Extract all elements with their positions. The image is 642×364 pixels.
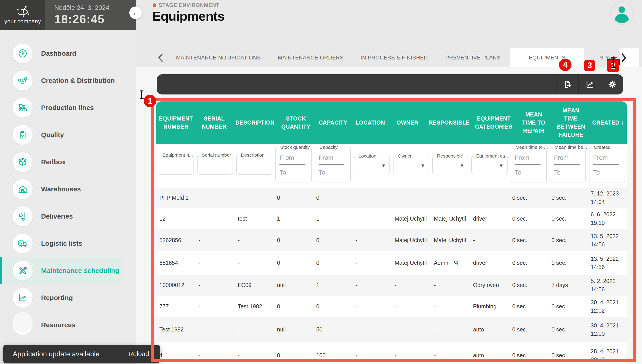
- tab-preventive-plans[interactable]: PREVENTIVE PLANS: [445, 48, 500, 67]
- sidebar-item-reporting[interactable]: Reporting: [0, 284, 136, 311]
- table-cell: -: [196, 296, 235, 317]
- range-from-input[interactable]: From: [554, 154, 582, 161]
- deliveries-icon: [13, 206, 32, 226]
- table-cell: -: [470, 229, 509, 251]
- table-cell: 0 sec.: [509, 251, 548, 275]
- sidebar-item-production-lines[interactable]: Production lines: [0, 94, 136, 121]
- tab-label: MAINTENANCE NOTIFICATIONS: [176, 54, 260, 61]
- sidebar-item-label: Production lines: [41, 104, 94, 112]
- column-header-label: MEAN TIME BETWEEN FAILURE: [555, 106, 587, 139]
- arrow-left-icon: ←: [132, 9, 139, 17]
- table-cell: 13. 5. 2022 14:56: [588, 251, 627, 275]
- table-cell: -: [196, 208, 235, 229]
- filter-text-serial-number[interactable]: Serial number: [197, 155, 233, 174]
- column-header-serial-number[interactable]: SERIAL NUMBER: [196, 102, 233, 144]
- range-to-input[interactable]: To: [554, 169, 582, 176]
- table-row[interactable]: 5262856--00-Matej UchytilMatej Uchytil-0…: [156, 229, 627, 251]
- table-cell: 4: [156, 342, 196, 364]
- column-header-responsible[interactable]: RESPONSIBLE: [426, 102, 472, 144]
- sidebar-item-dashboard[interactable]: Dashboard: [0, 40, 136, 67]
- table-cell: 5. 2. 2022 14:56: [588, 275, 627, 296]
- table-cell: 777: [156, 296, 196, 317]
- filter-range-mean-time-be-[interactable]: Mean time be...FromTo: [550, 147, 586, 182]
- table-cell: auto: [470, 342, 509, 364]
- tabs-scroll-right-button[interactable]: [621, 48, 627, 67]
- creation-distribution-icon: [13, 71, 32, 90]
- table-row[interactable]: 4--0100---auto0 sec.0 sec.28. 4. 2021 08…: [156, 342, 627, 364]
- tab-maintenance-orders[interactable]: MAINTENANCE ORDERS: [278, 48, 344, 67]
- dashboard-icon: [13, 44, 32, 63]
- range-from-input[interactable]: From: [515, 154, 543, 161]
- table-row[interactable]: 651654--00-Matej UchytilAdmin P4driver0 …: [156, 251, 627, 275]
- filter-select-owner[interactable]: Owner▼: [393, 156, 429, 174]
- filter-range-mean-time-to-[interactable]: Mean time to ...FromTo: [511, 147, 547, 182]
- table-cell: 0 sec.: [548, 296, 588, 317]
- export-button[interactable]: [556, 74, 578, 94]
- column-header-equipment-number[interactable]: EQUIPMENT NUMBER: [156, 102, 196, 144]
- filter-text-equipment-n-[interactable]: Equipment n...: [158, 155, 194, 174]
- column-header-location[interactable]: LOCATION: [352, 102, 389, 144]
- tab-in-process-finished[interactable]: IN PROCESS & FINISHED: [360, 48, 428, 67]
- table-cell: null: [274, 317, 313, 342]
- table-cell: -: [392, 317, 431, 342]
- tab-maintenance-notifications[interactable]: MAINTENANCE NOTIFICATIONS: [176, 48, 260, 67]
- user-avatar-button[interactable]: [610, 1, 634, 25]
- tabs-scroll-left-button[interactable]: [157, 48, 163, 67]
- filter-text-description[interactable]: Description: [236, 155, 272, 174]
- annotation-badge-3: 3: [584, 60, 595, 71]
- column-header-label: EQUIPMENT NUMBER: [159, 114, 193, 131]
- export-icon: [563, 80, 572, 89]
- table-row[interactable]: 777-Test 198200---Plumbing0 sec.0 sec.30…: [156, 296, 627, 317]
- table-cell: -: [431, 188, 470, 208]
- range-from-input[interactable]: From: [280, 154, 308, 161]
- table-row[interactable]: 12-test11-Matej UchytilMatej Uchytildriv…: [156, 208, 627, 229]
- input-underline: [515, 164, 540, 166]
- table-cell: -: [352, 317, 392, 342]
- column-header-stock-quantity[interactable]: STOCK QUANTITY: [277, 102, 314, 144]
- filter-range-capacity[interactable]: CapacityFromTo: [315, 147, 351, 182]
- column-header-capacity[interactable]: CAPACITY: [314, 102, 352, 144]
- tab-equipments[interactable]: EQUIPMENTS: [510, 48, 584, 67]
- datetime-panel: Neděle 24. 3. 2024 18:26:45: [45, 0, 136, 30]
- column-header-equipment-categories[interactable]: EQUIPMENT CATEGORIES: [472, 102, 515, 144]
- column-header-description[interactable]: DESCRIPTION: [233, 102, 277, 144]
- sidebar-item-logistic-lists[interactable]: Logistic lists: [0, 230, 136, 257]
- table-cell: -: [431, 342, 470, 364]
- table-row[interactable]: Test 1982--null50---auto0 sec.0 sec.30. …: [156, 317, 627, 342]
- filter-select-equipment-ca-[interactable]: Equipment ca...▼: [472, 156, 508, 174]
- column-header-mean-time-to-repair[interactable]: MEAN TIME TO REPAIR: [515, 102, 552, 144]
- range-to-input[interactable]: To: [515, 169, 543, 176]
- chart-button[interactable]: [578, 74, 601, 94]
- sidebar-item-maintenance-scheduling[interactable]: Maintenance scheduling: [0, 257, 122, 284]
- sidebar-item-quality[interactable]: Quality: [0, 121, 136, 148]
- table-cell: -: [392, 296, 431, 317]
- annotation-badge-1: 1: [144, 95, 156, 107]
- back-button[interactable]: ←: [129, 6, 142, 19]
- table-row[interactable]: PFP Mold 1--00----0 sec.0 sec.7. 12. 202…: [156, 188, 627, 208]
- range-from-input[interactable]: From: [319, 154, 347, 161]
- table-cell: 0 sec.: [509, 296, 548, 317]
- filter-cell: Responsible▼: [431, 144, 470, 188]
- sidebar-item-warehouses[interactable]: Warehouses: [0, 176, 136, 203]
- table-row[interactable]: 10000012-FC09null1---Odry oven0 sec.7 da…: [156, 275, 627, 296]
- filter-select-location[interactable]: Location▼: [354, 156, 390, 174]
- reload-button[interactable]: Reload: [128, 350, 149, 358]
- sidebar-item-deliveries[interactable]: Deliveries: [0, 203, 136, 230]
- column-header-created[interactable]: CREATED↓: [590, 102, 627, 144]
- table-cell: 1: [313, 208, 352, 229]
- annotation-badge-4: 4: [559, 58, 572, 71]
- settings-button[interactable]: [601, 74, 623, 94]
- range-from-input[interactable]: From: [593, 154, 621, 161]
- column-header-owner[interactable]: OWNER: [389, 102, 426, 144]
- filter-range-stock-quantity[interactable]: Stock quantityFromTo: [276, 147, 312, 182]
- range-to-input[interactable]: To: [280, 169, 308, 176]
- table-cell: auto: [470, 317, 509, 342]
- column-header-mean-time-between-failure[interactable]: MEAN TIME BETWEEN FAILURE: [552, 102, 590, 144]
- filter-select-responsible[interactable]: Responsible▼: [432, 156, 468, 174]
- range-to-input[interactable]: To: [593, 169, 621, 176]
- sidebar-item-creation-distribution[interactable]: Creation & Distribution: [0, 67, 136, 94]
- dropdown-caret-icon: ▼: [460, 163, 464, 168]
- sidebar-item-redbox[interactable]: Redbox: [0, 148, 136, 176]
- range-to-input[interactable]: To: [319, 169, 347, 176]
- filter-range-created[interactable]: CreatedFromTo: [589, 147, 625, 182]
